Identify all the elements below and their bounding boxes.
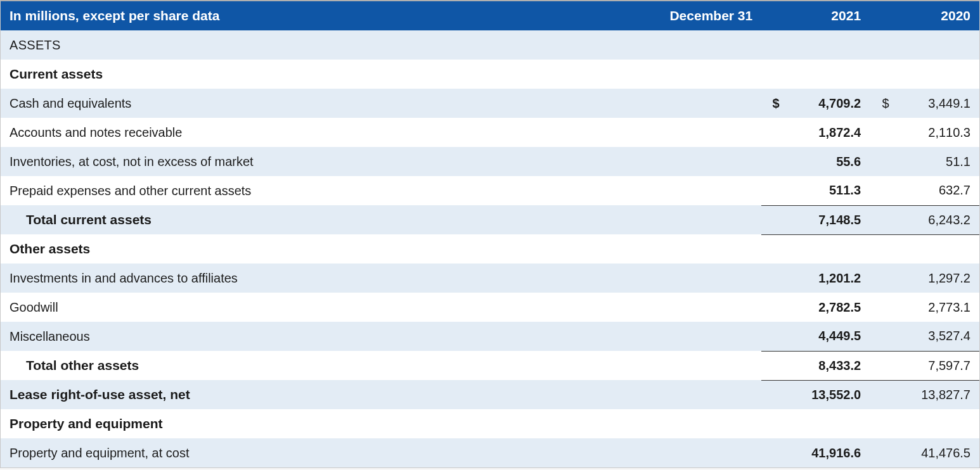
value-2021: 7,148.5 <box>780 205 870 234</box>
value-2021 <box>780 30 870 60</box>
value-2020: 6,243.2 <box>889 205 979 234</box>
line-item-label: Prepaid expenses and other current asset… <box>1 176 761 205</box>
header-date: December 31 <box>658 1 761 30</box>
value-2020: 2,110.3 <box>889 118 979 147</box>
currency-symbol <box>761 30 779 60</box>
value-2021: 1,201.2 <box>780 264 870 293</box>
currency-symbol <box>761 351 779 380</box>
line-item-label: Cash and equivalents <box>1 89 761 118</box>
value-2021: 2,782.5 <box>780 293 870 322</box>
table-row: Inventories, at cost, not in excess of m… <box>1 147 979 176</box>
section-header: Other assets <box>1 234 761 264</box>
line-item-label: Miscellaneous <box>1 322 761 351</box>
currency-symbol <box>870 118 889 147</box>
currency-symbol: $ <box>870 89 889 118</box>
line-item-label: Investments in and advances to affiliate… <box>1 264 761 293</box>
value-2020: 632.7 <box>889 176 979 205</box>
line-item-label: Goodwill <box>1 293 761 322</box>
currency-symbol <box>870 438 889 467</box>
section-header: Current assets <box>1 60 761 89</box>
value-2021: 511.3 <box>780 176 870 205</box>
currency-symbol <box>761 147 779 176</box>
value-2020: 3,527.4 <box>889 322 979 351</box>
currency-symbol <box>870 205 889 234</box>
section-header: Property and equipment <box>1 409 761 438</box>
table-body: ASSETSCurrent assetsCash and equivalents… <box>1 30 979 467</box>
value-2021: 1,872.4 <box>780 118 870 147</box>
section-header: ASSETS <box>1 30 761 60</box>
table-header: In millions, except per share data Decem… <box>1 1 979 30</box>
table-row: Total current assets7,148.56,243.2 <box>1 205 979 234</box>
value-2020 <box>889 60 979 89</box>
table-row: Property and equipment, at cost41,916.64… <box>1 438 979 467</box>
table-row: Investments in and advances to affiliate… <box>1 264 979 293</box>
currency-symbol <box>761 176 779 205</box>
balance-sheet-table: In millions, except per share data Decem… <box>0 0 980 468</box>
line-item-label: Lease right-of-use asset, net <box>1 380 761 409</box>
currency-symbol <box>761 118 779 147</box>
currency-symbol: $ <box>761 89 779 118</box>
currency-symbol <box>761 438 779 467</box>
value-2020 <box>889 409 979 438</box>
line-item-label: Property and equipment, at cost <box>1 438 761 467</box>
table-row: Miscellaneous4,449.53,527.4 <box>1 322 979 351</box>
value-2021 <box>780 60 870 89</box>
value-2020 <box>889 30 979 60</box>
header-title: In millions, except per share data <box>1 1 658 30</box>
value-2021: 4,709.2 <box>780 89 870 118</box>
value-2020: 1,297.2 <box>889 264 979 293</box>
table-row: Lease right-of-use asset, net13,552.013,… <box>1 380 979 409</box>
value-2020: 2,773.1 <box>889 293 979 322</box>
value-2021 <box>780 234 870 264</box>
currency-symbol <box>870 351 889 380</box>
value-2021 <box>780 409 870 438</box>
value-2021: 41,916.6 <box>780 438 870 467</box>
currency-symbol <box>870 409 889 438</box>
value-2021: 55.6 <box>780 147 870 176</box>
table-row: Accounts and notes receivable1,872.42,11… <box>1 118 979 147</box>
header-year-2020: 2020 <box>870 1 979 30</box>
currency-symbol <box>761 293 779 322</box>
currency-symbol <box>870 264 889 293</box>
table-row: ASSETS <box>1 30 979 60</box>
value-2021: 13,552.0 <box>780 380 870 409</box>
value-2020: 7,597.7 <box>889 351 979 380</box>
value-2020: 51.1 <box>889 147 979 176</box>
total-row-label: Total current assets <box>1 205 761 234</box>
table-row: Prepaid expenses and other current asset… <box>1 176 979 205</box>
currency-symbol <box>870 176 889 205</box>
currency-symbol <box>870 293 889 322</box>
table-row: Property and equipment <box>1 409 979 438</box>
table-row: Cash and equivalents$4,709.2$3,449.1 <box>1 89 979 118</box>
value-2021: 8,433.2 <box>780 351 870 380</box>
currency-symbol <box>870 322 889 351</box>
currency-symbol <box>761 322 779 351</box>
value-2021: 4,449.5 <box>780 322 870 351</box>
currency-symbol <box>870 147 889 176</box>
currency-symbol <box>870 234 889 264</box>
financial-table: In millions, except per share data Decem… <box>1 1 979 467</box>
currency-symbol <box>761 234 779 264</box>
table-row: Total other assets8,433.27,597.7 <box>1 351 979 380</box>
line-item-label: Inventories, at cost, not in excess of m… <box>1 147 761 176</box>
currency-symbol <box>761 60 779 89</box>
currency-symbol <box>761 264 779 293</box>
header-year-2021: 2021 <box>761 1 870 30</box>
currency-symbol <box>761 205 779 234</box>
table-row: Current assets <box>1 60 979 89</box>
currency-symbol <box>870 60 889 89</box>
currency-symbol <box>870 380 889 409</box>
table-row: Goodwill2,782.52,773.1 <box>1 293 979 322</box>
currency-symbol <box>761 380 779 409</box>
value-2020: 3,449.1 <box>889 89 979 118</box>
line-item-label: Accounts and notes receivable <box>1 118 761 147</box>
value-2020: 13,827.7 <box>889 380 979 409</box>
total-row-label: Total other assets <box>1 351 761 380</box>
currency-symbol <box>761 409 779 438</box>
value-2020: 41,476.5 <box>889 438 979 467</box>
value-2020 <box>889 234 979 264</box>
table-row: Other assets <box>1 234 979 264</box>
currency-symbol <box>870 30 889 60</box>
